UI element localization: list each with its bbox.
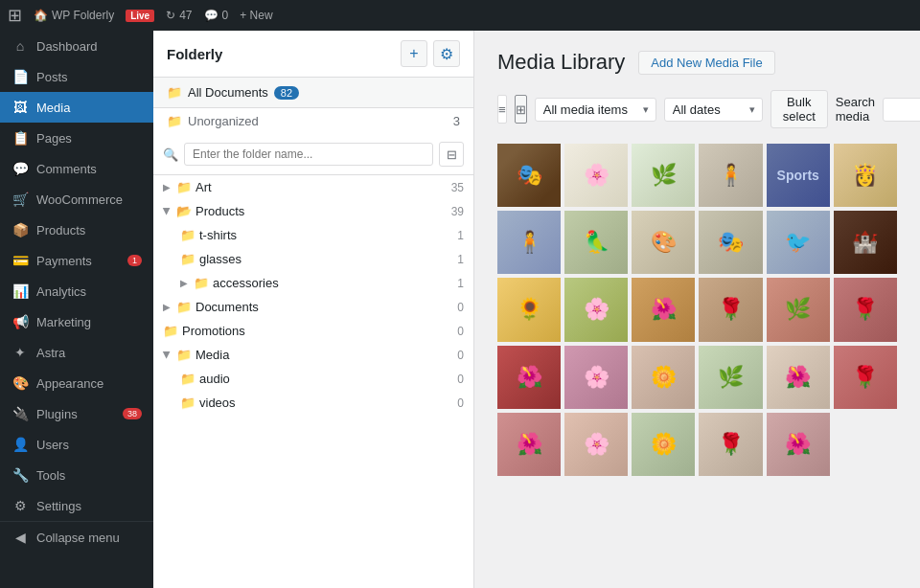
media-item[interactable]: 🌸: [564, 278, 628, 341]
sidebar-item-woocommerce[interactable]: 🛒 WooCommerce: [0, 184, 153, 215]
folder-settings-button[interactable]: ⚙: [433, 40, 460, 67]
settings-icon: ⚙: [12, 498, 29, 513]
tree-item-label: videos: [199, 396, 236, 410]
media-item[interactable]: 👸: [834, 144, 897, 207]
sidebar-item-users[interactable]: 👤 Users: [0, 429, 153, 460]
media-item[interactable]: 🌹: [834, 346, 897, 409]
unorganized-item[interactable]: 📁 Unorganized 3: [153, 108, 473, 134]
payments-badge: 1: [127, 255, 142, 266]
sidebar-item-marketing[interactable]: 📢 Marketing: [0, 306, 153, 337]
all-documents-label: All Documents: [188, 85, 268, 100]
media-item[interactable]: 🧍: [699, 144, 762, 207]
media-grid: 🎭 🌸 🌿 🧍 Sports 👸 🧍 🦜: [497, 144, 897, 476]
sidebar-item-posts[interactable]: 📄 Posts: [0, 61, 153, 92]
tree-item-art[interactable]: ▶ 📁 Art 35: [153, 175, 473, 199]
media-item[interactable]: 🐦: [767, 211, 830, 274]
media-item[interactable]: 🌹: [699, 413, 762, 476]
sidebar-item-appearance[interactable]: 🎨 Appearance: [0, 368, 153, 398]
media-item[interactable]: 🌿: [699, 346, 762, 409]
folder-search-input[interactable]: [184, 143, 433, 166]
sidebar-item-tools[interactable]: 🔧 Tools: [0, 460, 153, 490]
media-type-dropdown[interactable]: All media items Images Audio Video: [535, 98, 656, 122]
sidebar-item-astra[interactable]: ✦ Astra: [0, 337, 153, 368]
tree-item-glasses[interactable]: 📁 glasses 1: [153, 247, 473, 271]
media-item[interactable]: 🌸: [564, 346, 628, 409]
media-item[interactable]: 🌿: [632, 144, 695, 207]
expand-icon: ▶: [163, 302, 171, 312]
sidebar-item-label: Users: [36, 438, 69, 452]
media-item[interactable]: 🎭: [497, 144, 561, 207]
tree-item-tshirts[interactable]: 📁 t-shirts 1: [153, 223, 473, 247]
media-item[interactable]: 🎭: [699, 211, 762, 274]
collapse-menu-button[interactable]: ◀ Collapse menu: [0, 521, 153, 553]
tree-item-audio[interactable]: 📁 audio 0: [153, 367, 473, 391]
sidebar-item-label: Appearance: [36, 376, 104, 391]
tree-item-label: audio: [199, 372, 230, 386]
site-name-label: WP Folderly: [52, 9, 114, 22]
list-view-button[interactable]: ≡: [497, 95, 507, 124]
media-item[interactable]: Sports: [767, 144, 830, 207]
comments-item[interactable]: 💬 0: [204, 9, 229, 22]
media-item[interactable]: 🦜: [564, 211, 628, 274]
add-folder-button[interactable]: +: [401, 40, 427, 67]
new-content-button[interactable]: + New: [240, 9, 272, 22]
tree-item-media[interactable]: ▶ 📁 Media 0: [153, 343, 473, 367]
media-item[interactable]: 🌺: [767, 413, 830, 476]
media-item[interactable]: 🌺: [767, 346, 830, 409]
tree-item-count: 35: [451, 181, 464, 194]
sidebar-item-products[interactable]: 📦 Products: [0, 215, 153, 245]
media-item[interactable]: 🌹: [834, 278, 897, 341]
folder-icon: 📁: [180, 396, 196, 410]
tree-item-accessories[interactable]: ▶ 📁 accessories 1: [153, 271, 473, 295]
date-filter-dropdown[interactable]: All dates This month Last month: [664, 98, 763, 122]
folder-filter-button[interactable]: ⊟: [439, 142, 464, 167]
new-label: + New: [240, 9, 272, 22]
sidebar-item-dashboard[interactable]: ⌂ Dashboard: [0, 31, 153, 61]
tree-item-label: t-shirts: [199, 228, 237, 242]
media-item[interactable]: 🌺: [497, 346, 561, 409]
add-new-media-button[interactable]: Add New Media File: [638, 51, 774, 75]
media-item[interactable]: 🌺: [497, 413, 561, 476]
unorganized-label: Unorganized: [188, 114, 259, 128]
expand-icon: ▶: [162, 351, 172, 359]
all-documents-tab[interactable]: 📁 All Documents 82: [153, 78, 473, 107]
media-item[interactable]: 🌿: [767, 278, 830, 341]
media-item[interactable]: 🏰: [834, 211, 897, 274]
sidebar-item-analytics[interactable]: 📊 Analytics: [0, 276, 153, 306]
media-item[interactable]: 🌼: [632, 413, 695, 476]
astra-icon: ✦: [12, 345, 29, 360]
counter-item[interactable]: ↻ 47: [166, 9, 192, 22]
media-item[interactable]: 🎨: [632, 211, 695, 274]
sidebar-item-comments[interactable]: 💬 Comments: [0, 153, 153, 184]
tree-item-videos[interactable]: 📁 videos 0: [153, 391, 473, 415]
search-media-input[interactable]: [883, 98, 920, 122]
sidebar-item-settings[interactable]: ⚙ Settings: [0, 490, 153, 521]
sidebar-item-pages[interactable]: 📋 Pages: [0, 123, 153, 153]
media-item[interactable]: 🌸: [564, 413, 628, 476]
media-item[interactable]: 🌸: [564, 144, 628, 207]
media-item[interactable]: 🌻: [497, 278, 561, 341]
media-item[interactable]: 🌹: [699, 278, 762, 341]
sidebar-item-media[interactable]: 🖼 Media: [0, 92, 153, 123]
sidebar-item-label: Dashboard: [36, 39, 98, 54]
sidebar-item-label: WooCommerce: [36, 192, 123, 207]
grid-view-button[interactable]: ⊞: [515, 95, 527, 124]
tree-item-label: Products: [196, 204, 244, 218]
tree-item-documents[interactable]: ▶ 📁 Documents 0: [153, 295, 473, 319]
tree-item-count: 1: [457, 229, 464, 242]
woocommerce-icon: 🛒: [12, 192, 29, 207]
bulk-select-button[interactable]: Bulk select: [770, 90, 828, 128]
tree-item-products[interactable]: ▶ 📂 Products 39: [153, 199, 473, 223]
sidebar-item-plugins[interactable]: 🔌 Plugins 38: [0, 398, 153, 429]
tree-item-count: 1: [457, 277, 464, 290]
media-item[interactable]: 🌺: [632, 278, 695, 341]
media-toolbar: ≡ ⊞ All media items Images Audio Video A…: [497, 90, 897, 128]
sidebar-item-payments[interactable]: 💳 Payments 1: [0, 245, 153, 276]
media-item[interactable]: 🧍: [497, 211, 561, 274]
media-type-dropdown-wrap: All media items Images Audio Video: [535, 98, 656, 122]
tree-item-promotions[interactable]: 📁 Promotions 0: [153, 319, 473, 343]
tree-item-label: accessories: [213, 276, 279, 290]
media-item[interactable]: 🌼: [632, 346, 695, 409]
site-name-link[interactable]: 🏠 WP Folderly: [34, 9, 114, 22]
folder-search-bar: 🔍 ⊟: [153, 134, 473, 175]
